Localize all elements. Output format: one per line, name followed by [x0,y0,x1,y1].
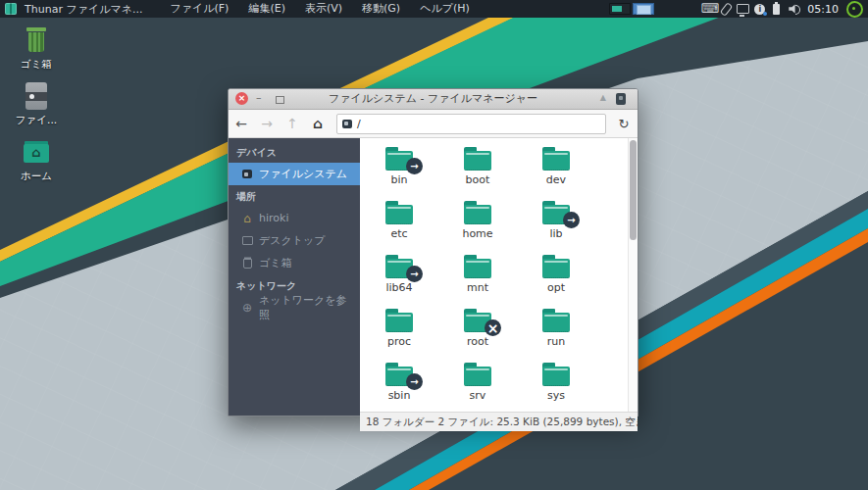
up-button[interactable]: ↑ [280,116,305,131]
folder-icon [384,254,414,278]
emblem-icon [406,158,423,174]
window-title: ファイルシステム - ファイルマネージャー [229,89,638,109]
sidebar-row[interactable]: ゴミ箱 [229,252,360,274]
paperclip-icon[interactable] [718,0,735,18]
active-window-title: Thunar ファイルマネ... [25,2,142,17]
folder-item[interactable]: lib64 [360,250,438,304]
folder-name: dev [546,173,566,186]
folder-item[interactable]: dev [517,142,595,196]
folder-name: boot [466,173,490,186]
folder-item[interactable]: mnt [438,250,517,304]
emblem-icon [406,373,423,390]
sidebar: デバイス ファイルシステム 場所 hiroki デスクトップ [229,138,360,416]
folder-name: sbin [388,389,411,402]
folder-name: sys [547,389,565,402]
folder-name: opt [547,281,565,294]
desktop-icon[interactable]: ファイ... [8,81,65,137]
thunar-app-icon [5,3,17,15]
sidebar-item-icon [241,213,253,224]
folder-name: run [547,335,565,348]
folder-item[interactable]: etc [360,196,438,250]
menu-item[interactable]: 移動(G) [352,0,410,18]
home-button[interactable]: ⌂ [305,116,331,131]
workspace-1[interactable] [609,3,631,15]
close-button[interactable]: × [235,92,248,105]
folder-name: lib [549,227,562,240]
folder-item[interactable]: opt [517,250,595,304]
desktop: Thunar ファイルマネ... ファイル(F)編集(E)表示(V)移動(G)ヘ… [0,0,868,490]
folder-icon [463,200,492,224]
sidebar-row[interactable]: hiroki [229,207,360,229]
desktop-icon-list: ゴミ箱 ファイ... ホーム [8,25,65,193]
sidebar-item-icon [241,302,253,314]
notification-icon[interactable]: i [751,0,768,18]
maximize-button[interactable] [276,96,284,104]
global-menubar: ファイル(F)編集(E)表示(V)移動(G)ヘルプ(H) [160,0,479,18]
sidebar-item-label: hiroki [259,212,288,224]
folder-item[interactable]: root [438,304,517,358]
forward-button[interactable]: → [254,116,280,131]
shade-button[interactable]: ▲ [600,93,606,102]
path-input[interactable]: / [336,114,606,134]
folder-icon [463,254,492,278]
sidebar-row[interactable]: ネットワークを参照 [229,296,360,318]
folder-name: mnt [467,281,488,294]
menu-item[interactable]: 表示(V) [295,0,352,18]
battery-icon[interactable] [768,0,785,18]
titlebar[interactable]: ファイルシステム - ファイルマネージャー × – ▲ [229,89,638,110]
sidebar-item-label: デスクトップ [259,233,326,248]
folder-item[interactable]: home [438,196,517,250]
reload-button[interactable]: ↻ [612,117,636,131]
minimize-button[interactable]: – [256,89,262,107]
sidebar-item-label: ネットワーク [236,279,296,293]
scrollbar-thumb[interactable] [630,140,637,240]
sidebar-item-label: ファイルシステム [259,167,347,181]
volume-icon[interactable] [785,0,801,18]
folder-item[interactable]: sbin [360,358,438,412]
updates-icon[interactable] [846,1,863,18]
folder-name: srv [470,389,486,402]
workspace-2[interactable] [633,3,654,15]
folder-item[interactable]: boot [438,142,517,196]
vertical-scrollbar[interactable] [628,138,638,412]
folder-item[interactable]: lib [517,196,595,250]
menu-item[interactable]: ヘルプ(H) [410,0,480,18]
folder-item[interactable]: proc [360,304,438,358]
top-panel: Thunar ファイルマネ... ファイル(F)編集(E)表示(V)移動(G)ヘ… [0,0,868,18]
folder-item[interactable]: sys [517,358,595,412]
folder-icon [384,362,414,386]
sidebar-row[interactable]: 場所 [229,185,360,207]
display-icon[interactable] [735,0,751,18]
sidebar-item-label: 場所 [236,190,256,204]
folder-icon [541,200,571,224]
sidebar-item-icon [241,235,253,247]
sidebar-row[interactable]: デバイス [229,141,360,163]
folder-icon [463,362,492,386]
window-menu-button[interactable] [616,93,626,105]
sidebar-item-icon [241,258,253,270]
back-button[interactable]: ← [229,116,254,131]
folder-name: root [467,335,488,348]
folder-name: bin [390,173,407,186]
desktop-icon-image [22,137,51,169]
folder-icon [384,146,414,171]
keyboard-icon[interactable]: ⌨ [701,0,718,18]
sidebar-item-label: デバイス [236,146,277,160]
desktop-icon-label: ホーム [21,170,52,183]
desktop-icon[interactable]: ゴミ箱 [8,25,65,81]
clock[interactable]: 05:10 [807,3,839,16]
emblem-icon [406,266,423,282]
folder-item[interactable]: run [517,304,595,358]
sidebar-item-label: ゴミ箱 [259,256,292,270]
menu-item[interactable]: 編集(E) [238,0,295,18]
folder-item[interactable]: bin [360,142,438,196]
desktop-icon[interactable]: ホーム [8,137,65,193]
menu-item[interactable]: ファイル(F) [160,0,238,18]
sidebar-row[interactable]: デスクトップ [229,229,360,252]
emblem-icon [485,319,501,336]
sidebar-row[interactable]: ファイルシステム [229,163,360,185]
folder-item[interactable]: srv [438,358,517,412]
drive-icon [342,120,352,128]
toolbar: ← → ↑ ⌂ / ↻ [229,110,638,138]
desktop-icon-label: ゴミ箱 [21,58,52,72]
